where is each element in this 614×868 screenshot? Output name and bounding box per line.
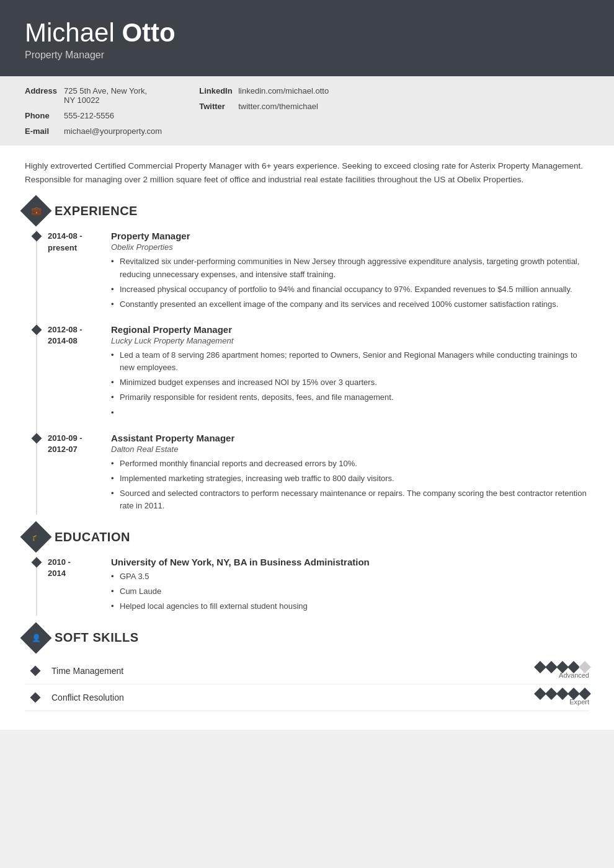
- content-2: Regional Property Manager Lucky Luck Pro…: [102, 324, 589, 422]
- edu-degree-title: University of New York, NY, BA in Busine…: [111, 557, 589, 567]
- person-icon: 👤: [32, 634, 41, 642]
- experience-section: 💼 EXPERIENCE 2014-08 -present Property M…: [25, 200, 589, 515]
- job-company-1: Obelix Properties: [111, 242, 589, 252]
- email-label: E-mail: [25, 126, 59, 136]
- contact-section: Address 725 5th Ave, New York,NY 10022 P…: [0, 76, 614, 146]
- edu-content-1: University of New York, NY, BA in Busine…: [102, 557, 589, 615]
- job-title-2: Regional Property Manager: [111, 324, 589, 335]
- bullet-item: Led a team of 8 serving 286 apartment ho…: [111, 349, 589, 374]
- edu-date-1: 2010 -2014: [40, 557, 102, 615]
- education-icon: 🎓: [20, 521, 52, 553]
- edu-bullets-1: GPA 3.5 Cum Laude Helped local agencies …: [111, 570, 589, 613]
- skill-time-management: Time Management Advanced: [25, 658, 589, 684]
- address-value: 725 5th Ave, New York,NY 10022: [64, 86, 147, 105]
- skill-rating: Expert: [536, 689, 589, 706]
- bullet-item: Helped local agencies to fill external s…: [111, 600, 589, 613]
- bullet-item: Primarily responsible for resident rents…: [111, 391, 589, 404]
- address-label: Address: [25, 86, 59, 95]
- contact-left: Address 725 5th Ave, New York,NY 10022 P…: [25, 86, 162, 136]
- skill-dots: [536, 689, 589, 698]
- phone-value: 555-212-5556: [64, 111, 114, 120]
- soft-skills-header: 👤 SOFT SKILLS: [25, 627, 589, 649]
- contact-right: LinkedIn linkedin.com/michael.otto Twitt…: [199, 86, 329, 136]
- education-title: EDUCATION: [55, 530, 130, 544]
- linkedin-label: LinkedIn: [199, 86, 233, 95]
- bullet-item: Cum Laude: [111, 585, 589, 598]
- skill-left: Time Management: [36, 666, 536, 676]
- skill-rating: Advanced: [536, 663, 589, 679]
- education-timeline: 2010 -2014 University of New York, NY, B…: [36, 557, 589, 615]
- experience-header: 💼 EXPERIENCE: [25, 200, 589, 222]
- contact-email: E-mail michael@yourproperty.com: [25, 126, 162, 136]
- experience-title: EXPERIENCE: [55, 204, 138, 218]
- job-3: 2010-09 -2012-07 Assistant Property Mana…: [37, 433, 589, 515]
- date-2: 2012-08 -2014-08: [40, 324, 102, 422]
- soft-skills-icon: 👤: [20, 622, 52, 653]
- contact-linkedin: LinkedIn linkedin.com/michael.otto: [199, 86, 329, 95]
- twitter-label: Twitter: [199, 102, 233, 111]
- body-section: Highly extroverted Certified Commercial …: [0, 146, 614, 729]
- header: Michael Otto Property Manager: [0, 0, 614, 76]
- job-title-3: Assistant Property Manager: [111, 433, 589, 443]
- email-value: michael@yourproperty.com: [64, 126, 162, 136]
- education-header: 🎓 EDUCATION: [25, 526, 589, 548]
- candidate-name: Michael Otto: [25, 19, 589, 47]
- twitter-value: twitter.com/themichael: [238, 102, 318, 111]
- experience-icon: 💼: [20, 195, 52, 227]
- bullet-item: Constantly presented an excellent image …: [111, 298, 589, 311]
- job-title-1: Property Manager: [111, 231, 589, 241]
- edu-1: 2010 -2014 University of New York, NY, B…: [37, 557, 589, 615]
- content-1: Property Manager Obelix Properties Revit…: [102, 231, 589, 313]
- bullet-item: Implemented marketing strategies, increa…: [111, 472, 589, 485]
- job-company-3: Dalton Real Estate: [111, 445, 589, 454]
- candidate-title: Property Manager: [25, 50, 589, 61]
- skill-bullet: [30, 665, 41, 676]
- bullet-item: [111, 407, 589, 419]
- soft-skills-section: 👤 SOFT SKILLS Time Management: [25, 627, 589, 730]
- skill-conflict-resolution: Conflict Resolution Expert: [25, 684, 589, 711]
- summary: Highly extroverted Certified Commercial …: [25, 159, 589, 186]
- contact-phone: Phone 555-212-5556: [25, 111, 162, 120]
- experience-timeline: 2014-08 -present Property Manager Obelix…: [36, 231, 589, 515]
- date-3: 2010-09 -2012-07: [40, 433, 102, 515]
- education-section: 🎓 EDUCATION 2010 -2014 University of New…: [25, 526, 589, 615]
- job-bullets-3: Performed monthly financial reports and …: [111, 458, 589, 513]
- bullet-item: Minimized budget expenses and increased …: [111, 376, 589, 389]
- contact-twitter: Twitter twitter.com/themichael: [199, 102, 329, 111]
- job-1: 2014-08 -present Property Manager Obelix…: [37, 231, 589, 313]
- bullet-item: Sourced and selected contractors to perf…: [111, 487, 589, 512]
- skill-name: Conflict Resolution: [51, 693, 124, 702]
- first-name: Michael: [25, 18, 122, 47]
- job-bullets-1: Revitalized six under-performing communi…: [111, 255, 589, 311]
- skill-bullet: [30, 692, 41, 702]
- bullet-item: Revitalized six under-performing communi…: [111, 255, 589, 280]
- last-name: Otto: [122, 18, 175, 47]
- skill-dots: [536, 663, 589, 671]
- bullet-item: Increased physical occupancy of portfoli…: [111, 283, 589, 296]
- phone-label: Phone: [25, 111, 59, 120]
- briefcase-icon: 💼: [31, 206, 42, 216]
- job-bullets-2: Led a team of 8 serving 286 apartment ho…: [111, 349, 589, 419]
- job-company-2: Lucky Luck Property Management: [111, 336, 589, 345]
- bullet-item: Performed monthly financial reports and …: [111, 458, 589, 470]
- resume-container: Michael Otto Property Manager Address 72…: [0, 0, 614, 730]
- date-1: 2014-08 -present: [40, 231, 102, 313]
- linkedin-value: linkedin.com/michael.otto: [238, 86, 329, 95]
- bullet-item: GPA 3.5: [111, 570, 589, 583]
- contact-address: Address 725 5th Ave, New York,NY 10022: [25, 86, 162, 105]
- skill-left: Conflict Resolution: [36, 693, 536, 702]
- graduation-icon: 🎓: [32, 533, 41, 541]
- content-3: Assistant Property Manager Dalton Real E…: [102, 433, 589, 515]
- soft-skills-title: SOFT SKILLS: [55, 631, 139, 645]
- job-2: 2012-08 -2014-08 Regional Property Manag…: [37, 324, 589, 422]
- skill-name: Time Management: [51, 666, 123, 676]
